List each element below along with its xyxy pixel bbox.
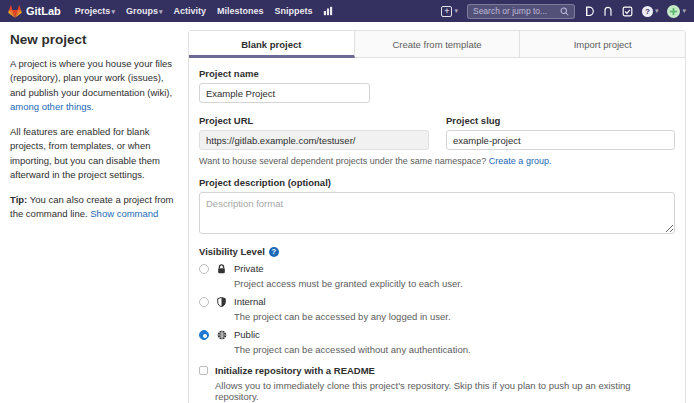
search-input[interactable]	[473, 6, 556, 16]
project-url-label: Project URL	[199, 115, 429, 126]
search-box[interactable]	[467, 4, 575, 19]
todos-icon[interactable]	[622, 6, 633, 17]
visibility-option-description: Project access must be granted explicitl…	[234, 278, 463, 289]
project-slug-input[interactable]	[446, 130, 675, 150]
tanuki-icon	[8, 5, 22, 18]
project-description-label: Project description (optional)	[199, 177, 675, 188]
among-other-things-link[interactable]: among other things.	[10, 101, 94, 112]
primary-nav: Projects▾ Groups▾ Activity Milestones Sn…	[75, 6, 436, 16]
nav-item-activity[interactable]: Activity	[173, 6, 206, 16]
readme-option: Initialize repository with a README Allo…	[199, 365, 675, 402]
private-radio[interactable]	[199, 264, 209, 274]
plus-icon: +	[441, 6, 452, 17]
sidebar-paragraph-2: All features are enabled for blank proje…	[10, 125, 176, 182]
issues-icon[interactable]	[584, 6, 594, 17]
visibility-option-description: The project can be accessed by any logge…	[234, 311, 451, 322]
tab-create-from-template[interactable]: Create from template	[355, 31, 521, 58]
avatar	[667, 5, 680, 18]
visibility-option-name: Private	[234, 263, 264, 274]
chevron-down-icon: ▾	[682, 7, 686, 15]
merge-requests-icon[interactable]	[603, 6, 613, 17]
chevron-down-icon: ▾	[111, 8, 115, 15]
nav-item-snippets[interactable]: Snippets	[274, 6, 312, 16]
project-url-field[interactable]: https://gitlab.example.com/testuser/	[199, 130, 429, 150]
gitlab-logo[interactable]: GitLab	[8, 5, 61, 18]
sidebar-tip: Tip: You can also create a project from …	[10, 193, 176, 222]
nav-item-projects[interactable]: Projects▾	[75, 6, 115, 16]
tab-blank-project[interactable]: Blank project	[189, 31, 355, 58]
shield-icon	[216, 297, 227, 307]
new-menu-button[interactable]: + ▾	[441, 6, 458, 17]
project-name-input[interactable]	[199, 83, 370, 103]
top-navbar: GitLab Projects▾ Groups▾ Activity Milest…	[0, 0, 694, 22]
help-menu-button[interactable]: ? ▾	[642, 6, 659, 17]
project-name-label: Project name	[199, 68, 675, 79]
readme-checkbox[interactable]	[199, 366, 208, 375]
visibility-option-name: Public	[234, 329, 260, 340]
navbar-right: + ▾ ? ▾ ▾	[441, 4, 686, 19]
namespace-hint: Want to house several dependent projects…	[199, 156, 675, 166]
project-tabs: Blank project Create from template Impor…	[189, 31, 685, 58]
help-icon[interactable]: ?	[269, 247, 279, 257]
search-icon	[560, 7, 569, 16]
chevron-down-icon: ▾	[655, 7, 659, 15]
lock-icon	[216, 264, 227, 274]
sidebar-paragraph-1: A project is where you house your files …	[10, 57, 176, 114]
brand-name: GitLab	[26, 5, 61, 17]
readme-label: Initialize repository with a README	[215, 365, 675, 376]
tab-import-project[interactable]: Import project	[520, 31, 685, 58]
create-a-group-link[interactable]: Create a group.	[489, 156, 552, 166]
visibility-option-internal: Internal The project can be accessed by …	[199, 296, 675, 322]
visibility-option-private: Private Project access must be granted e…	[199, 263, 675, 289]
chevron-down-icon: ▾	[159, 8, 163, 15]
visibility-option-name: Internal	[234, 296, 266, 307]
question-icon: ?	[642, 6, 653, 17]
project-description-textarea[interactable]	[199, 192, 675, 234]
public-radio[interactable]	[199, 330, 209, 340]
nav-item-groups[interactable]: Groups▾	[126, 6, 163, 16]
internal-radio[interactable]	[199, 297, 209, 307]
globe-icon	[216, 330, 227, 340]
visibility-option-description: The project can be accessed without any …	[234, 344, 471, 355]
nav-item-milestones[interactable]: Milestones	[217, 6, 264, 16]
readme-description: Allows you to immediately clone this pro…	[215, 380, 675, 402]
visibility-option-public: Public The project can be accessed witho…	[199, 329, 675, 355]
chevron-down-icon: ▾	[454, 7, 458, 15]
page-title: New project	[10, 32, 176, 47]
sidebar-help-panel: New project A project is where you house…	[0, 22, 188, 233]
show-command-link[interactable]: Show command	[90, 208, 158, 219]
user-menu-button[interactable]: ▾	[667, 5, 686, 18]
project-slug-label: Project slug	[446, 115, 675, 126]
blank-project-form: Project name Project URL https://gitlab.…	[189, 58, 685, 403]
chart-icon[interactable]	[323, 6, 333, 16]
new-project-panel: Blank project Create from template Impor…	[188, 30, 686, 403]
visibility-level-label: Visibility Level	[199, 246, 265, 257]
